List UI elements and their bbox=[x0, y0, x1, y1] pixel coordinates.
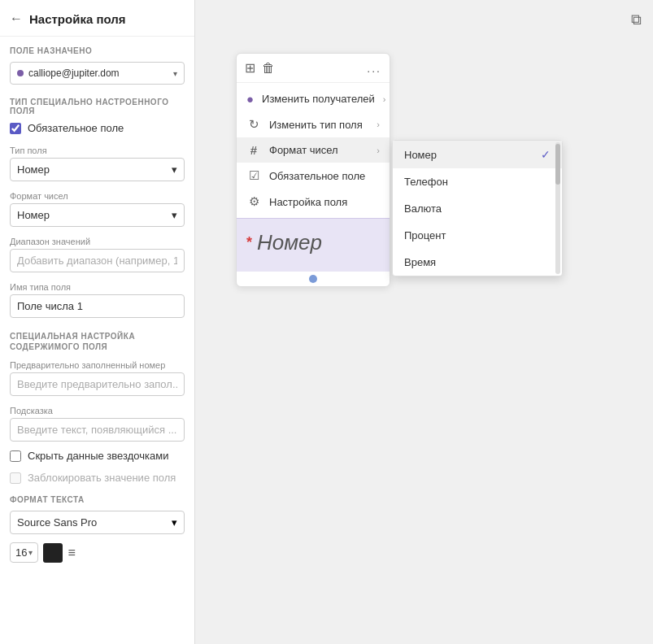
special-content-label: СПЕЦИАЛЬНАЯ НАСТРОЙКА СОДЕРЖИМОГО ПОЛЯ bbox=[0, 323, 194, 355]
checkbox-icon: ☑ bbox=[246, 168, 261, 183]
back-button[interactable]: ← bbox=[10, 11, 23, 26]
field-handle bbox=[237, 272, 390, 286]
font-size-select[interactable]: 16 ▾ bbox=[10, 542, 38, 563]
lock-value-label: Заблокировать значение поля bbox=[28, 472, 176, 484]
lock-value-checkbox bbox=[10, 472, 21, 484]
required-checkbox-row: Обязательное поле bbox=[0, 119, 194, 141]
chevron-down-icon: ▾ bbox=[172, 516, 177, 529]
field-name-group: Имя типа поля bbox=[0, 277, 194, 323]
field-settings-item[interactable]: ⚙ Настройка поля bbox=[237, 189, 390, 215]
change-field-type-label: Изменить тип поля bbox=[269, 119, 363, 131]
more-icon[interactable]: ... bbox=[367, 62, 381, 75]
field-type-group: Тип поля Номер ▾ bbox=[0, 141, 194, 186]
hint-label: Подсказка bbox=[10, 406, 185, 416]
field-card-toolbar: ⊞ 🗑 ... bbox=[237, 54, 390, 83]
field-type-icon: ↻ bbox=[246, 117, 261, 132]
format-text-label: ФОРМАТ ТЕКСТА bbox=[0, 487, 194, 507]
field-value-box: * Номер bbox=[237, 218, 390, 272]
font-dropdown[interactable]: Source Sans Pro ▾ bbox=[10, 511, 185, 534]
format-option-label: Номер bbox=[404, 149, 437, 161]
format-number-dropdown: Номер ✓ Телефон Валюта Процент Время bbox=[392, 140, 563, 276]
format-option-number[interactable]: Номер ✓ bbox=[393, 141, 562, 168]
number-format-label: Формат чисел bbox=[269, 144, 338, 156]
field-assigned-label: ПОЛЕ НАЗНАЧЕНО bbox=[0, 37, 194, 59]
email-dot bbox=[17, 70, 24, 76]
settings-icon: ⚙ bbox=[246, 194, 261, 209]
range-input[interactable] bbox=[10, 249, 185, 272]
chevron-down-icon: ▾ bbox=[172, 163, 177, 176]
chevron-down-icon: ▾ bbox=[173, 69, 177, 78]
scrollbar-thumb[interactable] bbox=[555, 144, 560, 185]
field-settings-label: Настройка поля bbox=[269, 196, 347, 208]
format-option-currency[interactable]: Валюта bbox=[393, 195, 562, 222]
recipients-icon: ● bbox=[246, 92, 254, 106]
required-field-label: Обязательное поле bbox=[269, 170, 365, 182]
hide-data-checkbox[interactable] bbox=[10, 450, 21, 462]
format-option-label: Процент bbox=[404, 229, 446, 242]
format-option-label: Телефон bbox=[404, 176, 448, 188]
field-type-select[interactable]: Номер ▾ bbox=[10, 158, 185, 181]
field-type-value: Номер bbox=[17, 163, 50, 176]
panel-title: Настройка поля bbox=[29, 12, 126, 26]
required-checkbox-label: Обязательное поле bbox=[28, 122, 124, 134]
prefilled-group: Предварительно заполненный номер bbox=[0, 355, 194, 401]
number-format-label: Формат чисел bbox=[10, 191, 185, 201]
prefilled-label: Предварительно заполненный номер bbox=[10, 360, 185, 370]
font-name-value: Source Sans Pro bbox=[17, 516, 97, 529]
chevron-right-icon: › bbox=[377, 120, 380, 129]
field-value-text: Номер bbox=[257, 230, 322, 255]
custom-field-type-label: ТИП СПЕЦИАЛЬНО НАСТРОЕННОГО ПОЛЯ bbox=[0, 91, 194, 119]
format-option-percent[interactable]: Процент bbox=[393, 222, 562, 249]
range-label: Диапазон значений bbox=[10, 237, 185, 246]
number-format-value: Номер bbox=[17, 209, 50, 221]
grid-icon[interactable]: ⊞ bbox=[245, 60, 255, 76]
chevron-down-icon: ▾ bbox=[172, 209, 177, 221]
change-field-type-item[interactable]: ↻ Изменить тип поля › bbox=[237, 111, 390, 137]
chevron-down-icon: ▾ bbox=[28, 548, 33, 557]
trash-icon[interactable]: 🗑 bbox=[262, 61, 275, 76]
number-format-item[interactable]: # Формат чисел › bbox=[237, 137, 390, 163]
range-group: Диапазон значений bbox=[0, 232, 194, 277]
field-name-label: Имя типа поля bbox=[10, 282, 185, 292]
right-panel: ⧉ ⊞ 🗑 ... ● Изменить получателей › ↻ Изм… bbox=[195, 0, 653, 644]
copy-icon[interactable]: ⧉ bbox=[631, 11, 642, 28]
field-type-label: Тип поля bbox=[10, 146, 185, 155]
field-assigned-section: calliope@jupiter.dom ▾ bbox=[0, 59, 194, 91]
hide-data-row: Скрыть данные звездочками bbox=[0, 446, 194, 468]
format-option-time[interactable]: Время bbox=[393, 249, 562, 276]
email-value: calliope@jupiter.dom bbox=[28, 67, 168, 79]
hint-group: Подсказка bbox=[0, 401, 194, 446]
number-format-select[interactable]: Номер ▾ bbox=[10, 203, 185, 227]
hint-input[interactable] bbox=[10, 418, 185, 442]
hide-data-label: Скрыть данные звездочками bbox=[28, 450, 168, 462]
number-format-group: Формат чисел Номер ▾ bbox=[0, 186, 194, 232]
required-field-item[interactable]: ☑ Обязательное поле bbox=[237, 163, 390, 189]
check-icon: ✓ bbox=[541, 148, 551, 161]
text-align-icon[interactable]: ≡ bbox=[67, 546, 75, 560]
font-size-value: 16 bbox=[15, 546, 27, 559]
panel-header: ← Настройка поля bbox=[0, 0, 194, 37]
change-recipients-label: Изменить получателей bbox=[262, 93, 375, 105]
left-panel: ← Настройка поля ПОЛЕ НАЗНАЧЕНО calliope… bbox=[0, 0, 195, 644]
field-name-input[interactable] bbox=[10, 294, 185, 318]
lock-value-row: Заблокировать значение поля bbox=[0, 468, 194, 487]
font-controls: 16 ▾ ≡ bbox=[0, 537, 194, 568]
hash-icon: # bbox=[246, 143, 261, 157]
format-option-phone[interactable]: Телефон bbox=[393, 168, 562, 195]
required-checkbox[interactable] bbox=[10, 123, 21, 134]
scrollbar-track bbox=[555, 142, 560, 274]
field-card-menu: ● Изменить получателей › ↻ Изменить тип … bbox=[237, 83, 390, 218]
format-option-label: Валюта bbox=[404, 202, 442, 215]
prefilled-input[interactable] bbox=[10, 372, 185, 396]
field-card: ⊞ 🗑 ... ● Изменить получателей › ↻ Измен… bbox=[236, 53, 390, 287]
format-option-label: Время bbox=[404, 256, 436, 268]
handle-dot bbox=[309, 275, 317, 283]
required-star: * bbox=[246, 234, 252, 251]
change-recipients-item[interactable]: ● Изменить получателей › bbox=[237, 86, 390, 111]
chevron-right-icon: › bbox=[383, 94, 386, 104]
chevron-right-icon: › bbox=[377, 146, 380, 155]
font-color-picker[interactable] bbox=[43, 543, 63, 563]
email-dropdown[interactable]: calliope@jupiter.dom ▾ bbox=[10, 62, 185, 85]
